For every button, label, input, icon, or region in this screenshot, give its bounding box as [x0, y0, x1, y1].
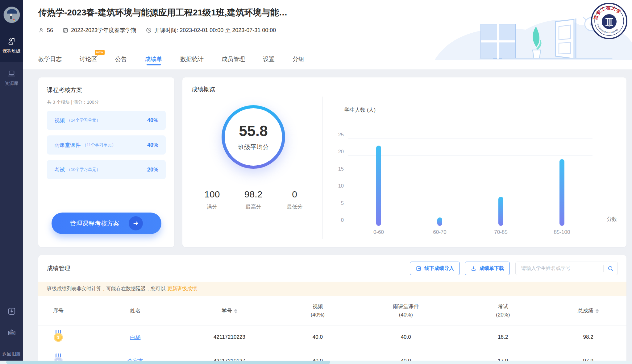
- gridline: [348, 207, 592, 207]
- stat-highest: 98.2 最高分: [233, 189, 274, 210]
- grade-overview-card: 成绩概览 55.8 班级平均分 100 满分: [182, 77, 626, 247]
- student-name-link[interactable]: 白杨: [130, 334, 140, 340]
- y-axis-tick: 15: [331, 166, 344, 172]
- page-header: 西安工程大学 Xi'an Polytechnic University 传热学-…: [23, 0, 632, 69]
- tab-bar: 教学日志 讨论区NEW 公告 成绩单 数据统计 成员管理 设置 分组: [38, 49, 304, 69]
- offline-grade-import-button[interactable]: 线下成绩导入: [410, 262, 460, 275]
- gradebook-download-button[interactable]: 成绩单下载: [465, 262, 510, 275]
- sidebar-avatar-area: [0, 0, 23, 29]
- tab-gradebook[interactable]: 成绩单: [145, 49, 162, 69]
- import-icon: [416, 266, 422, 271]
- sidebar-divider: [5, 345, 18, 345]
- gridline: [348, 224, 592, 224]
- average-panel: 55.8 班级平均分 100 满分 98.2: [192, 93, 315, 247]
- tab-settings[interactable]: 设置: [263, 49, 275, 69]
- grades-table: 序号 姓名 学号 视频(40%) 雨课堂课件(40%) 考试(20%) 总成绩 …: [38, 296, 626, 364]
- rank-1-medal: 1: [53, 330, 64, 343]
- course-meta: 56 2022-2023学年度春季学期 开课时间: 2023-02-01 00:…: [38, 27, 276, 34]
- bar-chart-plot: 05101520250-6060-7070-8585-100: [348, 139, 592, 224]
- col-courseware: 雨课堂课件(40%): [356, 296, 456, 325]
- stat-lowest: 0 最低分: [274, 189, 315, 210]
- tab-statistics[interactable]: 数据统计: [180, 49, 204, 69]
- sidebar-item-label: 资源库: [5, 81, 19, 86]
- gridline: [348, 190, 592, 190]
- grade-management-title: 成绩管理: [47, 264, 70, 272]
- col-student-id: 学号: [179, 296, 279, 325]
- exam-score: 18.2: [456, 325, 550, 349]
- y-axis-tick: 20: [331, 149, 344, 155]
- scrollbar-thumb[interactable]: [6, 361, 330, 364]
- grade-delay-notice: 班级成绩列表非实时计算，可能存在数据延迟，您可以更新班级成绩: [38, 282, 626, 296]
- student-search-box: [515, 262, 618, 275]
- module-percent: 20%: [147, 167, 158, 173]
- bar-0-60[interactable]: [376, 146, 381, 226]
- sort-student-id[interactable]: [234, 309, 237, 313]
- person-icon: [38, 27, 44, 33]
- score-distribution-chart: 学生人数 (人) 05101520250-6060-7070-8585-100 …: [323, 93, 626, 247]
- module-row-exam[interactable]: 考试 （10个学习单元） 20%: [47, 160, 166, 179]
- sort-total[interactable]: [596, 309, 599, 313]
- class-average-value: 55.8: [239, 122, 268, 139]
- module-row-courseware[interactable]: 雨课堂课件 （11个学习单元） 40%: [47, 135, 166, 155]
- new-badge: NEW: [95, 50, 105, 55]
- page-title: 传热学-2023春-建筑环境与能源应用工程21级1班,建筑环境与能…: [38, 7, 287, 19]
- main-area: 西安工程大学 Xi'an Polytechnic University 传热学-…: [23, 0, 632, 364]
- search-icon[interactable]: [607, 265, 614, 272]
- y-axis-tick: 5: [331, 200, 344, 206]
- col-video: 视频(40%): [279, 296, 356, 325]
- whats-new-icon[interactable]: NEW: [7, 328, 16, 337]
- assessment-title: 课程考核方案: [47, 86, 166, 94]
- col-name: 姓名: [91, 296, 180, 325]
- horizontal-scrollbar[interactable]: [0, 361, 632, 364]
- content: 课程考核方案 共 3 个模块 | 满分：100分 视频 （14个学习单元） 40…: [23, 69, 632, 364]
- laptop-icon: [7, 69, 16, 78]
- module-row-video[interactable]: 视频 （14个学习单元） 40%: [47, 111, 166, 130]
- avatar-image: [4, 7, 20, 23]
- sidebar: 课程班级 资源库 NEW 返回旧版: [0, 0, 23, 364]
- total-score: 98.2: [550, 325, 626, 349]
- calendar-icon: [62, 27, 69, 33]
- download-app-icon[interactable]: [7, 307, 16, 316]
- module-percent: 40%: [147, 117, 158, 124]
- search-divider: [603, 265, 604, 272]
- course-time: 开课时间: 2023-02-01 00:00 至 2023-07-31 00:0…: [146, 27, 276, 34]
- video-score: 40.0: [279, 325, 356, 349]
- sidebar-bottom: NEW 返回旧版: [0, 307, 23, 357]
- tab-members[interactable]: 成员管理: [222, 49, 245, 69]
- tab-announcement[interactable]: 公告: [115, 49, 127, 69]
- average-ring: 55.8 班级平均分: [222, 105, 285, 169]
- bar-60-70[interactable]: [437, 217, 442, 226]
- tab-discussion[interactable]: 讨论区NEW: [80, 49, 97, 69]
- score-stats: 100 满分 98.2 最高分 0 最低分: [192, 189, 315, 210]
- grade-management-card: 成绩管理 线下成绩导入 成绩单下载: [38, 255, 626, 364]
- sidebar-item-resource-library[interactable]: 资源库: [0, 62, 23, 94]
- update-grades-link[interactable]: 更新班级成绩: [167, 286, 197, 291]
- sidebar-item-course-class[interactable]: 课程班级: [0, 29, 23, 62]
- chart-x-axis-title: 分数: [607, 216, 617, 223]
- overview-title: 成绩概览: [192, 85, 626, 93]
- student-search-input[interactable]: [521, 265, 601, 271]
- manage-assessment-button[interactable]: 管理课程考核方案: [52, 213, 161, 234]
- tab-teaching-log[interactable]: 教学日志: [38, 49, 62, 69]
- back-to-old-version-link[interactable]: 返回旧版: [2, 351, 21, 357]
- x-axis-label: 70-85: [494, 229, 507, 235]
- assessment-subtitle: 共 3 个模块 | 满分：100分: [47, 99, 166, 105]
- x-axis-label: 60-70: [433, 229, 446, 235]
- gridline: [348, 173, 592, 173]
- sidebar-item-label: 课程班级: [3, 48, 21, 54]
- grade-management-header: 成绩管理 线下成绩导入 成绩单下载: [38, 255, 626, 282]
- gridline: [348, 155, 592, 156]
- y-axis-tick: 25: [331, 132, 344, 138]
- bar-85-100[interactable]: [559, 159, 564, 226]
- student-count: 56: [38, 27, 53, 34]
- semester: 2022-2023学年度春季学期: [62, 27, 136, 34]
- table-row: 1 白杨 42117210223 40.0 40.0 18.2 98.2: [38, 325, 626, 349]
- bar-70-85[interactable]: [498, 197, 503, 226]
- y-axis-tick: 0: [331, 217, 344, 223]
- user-avatar[interactable]: [3, 6, 20, 23]
- clock-icon: [146, 27, 152, 33]
- col-exam: 考试(20%): [456, 296, 550, 325]
- grades-table-header-row: 序号 姓名 学号 视频(40%) 雨课堂课件(40%) 考试(20%) 总成绩: [38, 296, 626, 325]
- x-axis-label: 85-100: [554, 229, 570, 235]
- tab-groups[interactable]: 分组: [293, 49, 304, 69]
